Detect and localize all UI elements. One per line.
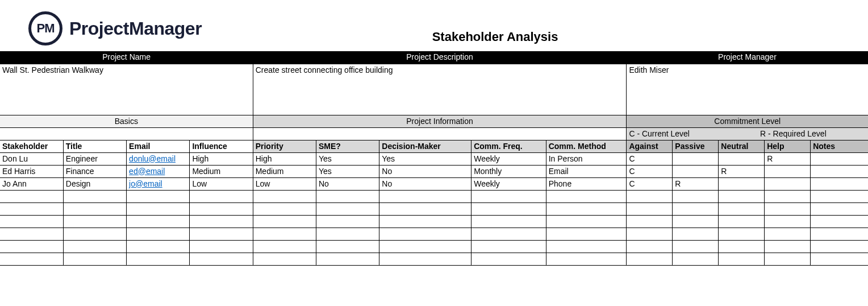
cell-sme[interactable] <box>316 240 379 253</box>
cell-against[interactable] <box>627 202 673 215</box>
cell-help[interactable] <box>765 177 811 190</box>
cell-decision[interactable] <box>379 240 471 253</box>
cell-priority[interactable]: Medium <box>253 165 316 177</box>
cell-help[interactable] <box>765 215 811 228</box>
cell-influence[interactable] <box>190 202 253 215</box>
cell-against[interactable] <box>627 190 673 202</box>
cell-sme[interactable] <box>316 202 379 215</box>
cell-method[interactable] <box>546 228 627 240</box>
cell-stakeholder[interactable] <box>0 190 63 202</box>
cell-method[interactable]: In Person <box>546 152 627 165</box>
email-link[interactable]: donlu@email <box>129 154 176 163</box>
cell-decision[interactable] <box>379 190 471 202</box>
cell-against[interactable]: C <box>627 165 673 177</box>
cell-influence[interactable] <box>190 253 253 265</box>
cell-email[interactable] <box>127 253 190 265</box>
cell-stakeholder[interactable]: Don Lu <box>0 152 63 165</box>
cell-help[interactable] <box>765 190 811 202</box>
cell-influence[interactable]: Low <box>190 177 253 190</box>
cell-priority[interactable] <box>253 228 316 240</box>
cell-neutral[interactable] <box>719 190 765 202</box>
cell-stakeholder[interactable] <box>0 228 63 240</box>
cell-stakeholder[interactable] <box>0 240 63 253</box>
cell-passive[interactable] <box>673 202 719 215</box>
cell-help[interactable] <box>765 202 811 215</box>
cell-sme[interactable] <box>316 228 379 240</box>
cell-against[interactable]: C <box>627 177 673 190</box>
cell-sme[interactable] <box>316 215 379 228</box>
cell-email[interactable]: ed@email <box>127 165 190 177</box>
cell-sme[interactable]: Yes <box>316 165 379 177</box>
cell-title[interactable] <box>63 240 126 253</box>
cell-help[interactable] <box>765 165 811 177</box>
meta-value-project-name[interactable]: Wall St. Pedestrian Walkway <box>0 64 253 115</box>
cell-decision[interactable]: No <box>379 177 471 190</box>
cell-influence[interactable] <box>190 190 253 202</box>
cell-notes[interactable] <box>811 177 868 190</box>
cell-against[interactable] <box>627 228 673 240</box>
cell-passive[interactable] <box>673 228 719 240</box>
cell-decision[interactable] <box>379 228 471 240</box>
cell-sme[interactable] <box>316 253 379 265</box>
cell-notes[interactable] <box>811 152 868 165</box>
cell-freq[interactable]: Weekly <box>471 152 546 165</box>
cell-method[interactable] <box>546 190 627 202</box>
cell-notes[interactable] <box>811 215 868 228</box>
cell-method[interactable]: Email <box>546 165 627 177</box>
cell-method[interactable] <box>546 240 627 253</box>
cell-title[interactable]: Finance <box>63 165 126 177</box>
cell-email[interactable]: jo@email <box>127 177 190 190</box>
cell-freq[interactable]: Weekly <box>471 177 546 190</box>
cell-notes[interactable] <box>811 253 868 265</box>
cell-stakeholder[interactable] <box>0 215 63 228</box>
cell-email[interactable] <box>127 215 190 228</box>
cell-priority[interactable] <box>253 240 316 253</box>
cell-neutral[interactable] <box>719 228 765 240</box>
cell-passive[interactable]: R <box>673 177 719 190</box>
cell-neutral[interactable] <box>719 177 765 190</box>
cell-influence[interactable] <box>190 228 253 240</box>
cell-neutral[interactable] <box>719 152 765 165</box>
cell-stakeholder[interactable]: Ed Harris <box>0 165 63 177</box>
cell-sme[interactable]: No <box>316 177 379 190</box>
cell-passive[interactable] <box>673 165 719 177</box>
cell-help[interactable] <box>765 240 811 253</box>
cell-notes[interactable] <box>811 165 868 177</box>
cell-against[interactable] <box>627 215 673 228</box>
cell-notes[interactable] <box>811 240 868 253</box>
cell-sme[interactable] <box>316 190 379 202</box>
cell-neutral[interactable] <box>719 240 765 253</box>
cell-neutral[interactable] <box>719 215 765 228</box>
cell-passive[interactable] <box>673 152 719 165</box>
cell-against[interactable] <box>627 240 673 253</box>
cell-freq[interactable] <box>471 240 546 253</box>
cell-title[interactable]: Design <box>63 177 126 190</box>
cell-notes[interactable] <box>811 190 868 202</box>
cell-decision[interactable] <box>379 253 471 265</box>
email-link[interactable]: jo@email <box>129 179 162 188</box>
cell-method[interactable] <box>546 253 627 265</box>
cell-passive[interactable] <box>673 253 719 265</box>
cell-decision[interactable]: Yes <box>379 152 471 165</box>
cell-freq[interactable] <box>471 253 546 265</box>
cell-priority[interactable]: Low <box>253 177 316 190</box>
cell-neutral[interactable]: R <box>719 165 765 177</box>
cell-against[interactable] <box>627 253 673 265</box>
cell-decision[interactable] <box>379 202 471 215</box>
cell-help[interactable]: R <box>765 152 811 165</box>
cell-freq[interactable] <box>471 215 546 228</box>
cell-priority[interactable] <box>253 190 316 202</box>
cell-influence[interactable] <box>190 240 253 253</box>
cell-passive[interactable] <box>673 240 719 253</box>
cell-freq[interactable]: Monthly <box>471 165 546 177</box>
cell-notes[interactable] <box>811 202 868 215</box>
cell-stakeholder[interactable] <box>0 253 63 265</box>
cell-freq[interactable] <box>471 202 546 215</box>
cell-title[interactable] <box>63 215 126 228</box>
cell-passive[interactable] <box>673 215 719 228</box>
cell-freq[interactable] <box>471 228 546 240</box>
cell-help[interactable] <box>765 253 811 265</box>
cell-title[interactable] <box>63 253 126 265</box>
cell-priority[interactable]: High <box>253 152 316 165</box>
cell-stakeholder[interactable]: Jo Ann <box>0 177 63 190</box>
